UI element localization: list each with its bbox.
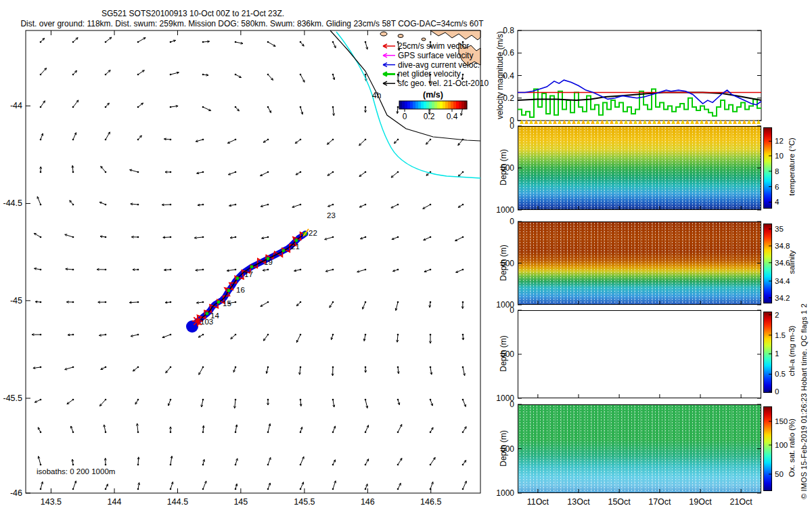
- map-colorbar-tick: 0: [403, 112, 407, 121]
- map-ytick-label: -44: [10, 101, 22, 110]
- net-velocity-dot: [282, 249, 286, 253]
- velocity-plot: 00.20.40.60.8: [503, 26, 761, 125]
- island: [380, 32, 387, 36]
- figure-title: SG521 SOTS20100913 10-Oct 00Z to 21-Oct …: [0, 9, 386, 18]
- imos-watermark: © IMOS 15-Feb-2019 01:26:23 Hobart time.…: [800, 303, 808, 499]
- map-colorbar-tick: 0.4: [447, 112, 458, 121]
- velocity-frame: [518, 30, 761, 121]
- start-swim-cluster: [194, 321, 198, 325]
- date-tick-label: 21Oct: [729, 497, 752, 507]
- land-polygon: [430, 30, 480, 40]
- track-day-label: 23: [327, 211, 336, 219]
- start-swim-cluster: [198, 321, 202, 325]
- colorbar-tick-label: 0: [775, 387, 779, 396]
- map-xtick-label: 145.5: [294, 497, 315, 507]
- legend-item-label: GPS surface velocity: [398, 51, 473, 60]
- chl-section-panel: [518, 310, 761, 398]
- surfacing-marker-row: [520, 120, 761, 125]
- track-day-label: 103: [200, 318, 213, 326]
- ox-colorbar: [763, 406, 772, 491]
- date-tick-label: 13Oct: [567, 497, 590, 507]
- chl-colorbar: [763, 312, 772, 393]
- temp-unit-label: temperature (°C): [788, 123, 796, 211]
- net-velocity-dot: [217, 301, 221, 304]
- track-day-label: 22: [309, 229, 317, 237]
- isobaths-note: isobaths: 0 200 1000m: [37, 467, 115, 475]
- date-tick-label: 11Oct: [527, 497, 549, 507]
- island: [422, 38, 426, 41]
- depth-ytick: 0: [510, 305, 514, 315]
- net-velocity-dot: [267, 257, 270, 261]
- map-colorbar-title: (m/s): [423, 90, 443, 100]
- swim-vector-zigzag: [191, 232, 307, 324]
- temp-section-panel: [518, 126, 761, 210]
- depth-ytick: 1000: [496, 300, 514, 310]
- start-swim-cluster: [198, 317, 202, 321]
- legend-arrow-icon: [383, 81, 387, 85]
- map-xtick-label: 144: [108, 497, 122, 507]
- map-legend: 25cm/s swim vectorGPS surface velocitydi…: [372, 41, 489, 100]
- isobath-200m-line: [336, 32, 480, 178]
- legend-item-label: net glider velocity: [398, 69, 461, 79]
- velocity-ylabel: velocity magnitude (m/s): [495, 18, 505, 133]
- track-day-label: 15: [223, 299, 231, 308]
- colorbar-tick-label: 1: [775, 350, 779, 358]
- chl-depth-ylabel: Depth (m): [499, 326, 508, 381]
- legend-time-scale-label: 4h: [372, 91, 381, 100]
- land-polygon: [459, 43, 480, 66]
- legend-item-label: dive-avg current veloc.: [398, 60, 480, 70]
- track-day-label: 14: [210, 312, 219, 320]
- colorbar-tick-label: 2: [775, 311, 779, 319]
- depth-ytick: 0: [510, 217, 514, 226]
- temp-depth-ylabel: Depth (m): [499, 140, 508, 194]
- depth-ytick: 0: [510, 121, 514, 131]
- figure-root: SG521 SOTS20100913 10-Oct 00Z to 21-Oct …: [0, 0, 812, 508]
- map-xtick-label: 145: [233, 497, 248, 507]
- ox-unit-label: Ox. sat. ratio (%): [788, 404, 796, 492]
- end-marker: [303, 229, 309, 236]
- colorbar-tick-label: 50: [775, 470, 784, 478]
- colorbar-tick-label: 0.5: [775, 370, 786, 378]
- colorbar-tick-label: 4: [775, 198, 780, 206]
- legend-item-label: sfc geo. vel. 21-Oct-2010: [398, 79, 489, 88]
- figure-subtitle: Dist. over ground: 118km. Dist. swum: 25…: [0, 19, 504, 28]
- depth-ytick: 1000: [496, 394, 514, 403]
- map-xtick-label: 146: [361, 497, 375, 507]
- colorbar-tick-label: 150: [775, 417, 788, 425]
- track-day-label: 21: [291, 242, 300, 251]
- colorbar-tick-label: 10: [775, 152, 784, 160]
- map-xtick-label: 144.5: [167, 497, 188, 507]
- legend-arrow-icon: [383, 54, 387, 58]
- map-colorbar: (m/s)00.20.4: [399, 90, 467, 121]
- coastline: [330, 30, 480, 141]
- map-colorbar-tick: 0.2: [424, 112, 435, 121]
- ox-section-panel: [518, 404, 761, 493]
- sal-unit-label: salinity: [788, 218, 796, 306]
- legend-arrow-icon: [383, 72, 387, 76]
- map-xtick-label: 146.5: [420, 497, 441, 507]
- net-velocity-dot: [250, 266, 254, 269]
- track-day-label: 16: [236, 286, 245, 294]
- map-ytick-label: -45: [10, 296, 22, 305]
- date-axis: 11Oct13Oct15Oct17Oct19Oct21Oct: [527, 497, 753, 507]
- track-day-label: 17: [244, 270, 253, 278]
- sfc-geo-velocity-arrow-field: [32, 37, 466, 490]
- map-ytick-label: -45.5: [3, 394, 23, 403]
- date-tick-label: 17Oct: [648, 497, 671, 507]
- track-centerline: [193, 234, 305, 326]
- start-swim-cluster: [194, 317, 198, 321]
- date-tick-label: 15Oct: [608, 497, 631, 507]
- legend-item-label: 25cm/s swim vector: [398, 41, 469, 51]
- velocity-ytick: 0: [510, 116, 514, 125]
- velocity-series: [518, 80, 761, 105]
- glider-track: [186, 229, 309, 333]
- track-start-blob: [186, 320, 198, 333]
- colorbar-tick-label: 6: [775, 183, 779, 191]
- net-velocity-dot: [206, 312, 209, 316]
- sal-depth-ylabel: Depth (m): [499, 236, 508, 290]
- data-point-speckle: [518, 127, 761, 209]
- net-velocity-dot: [295, 239, 298, 242]
- ox-depth-ylabel: Depth (m): [499, 421, 508, 475]
- data-point-speckle: [518, 222, 761, 304]
- map-ytick-label: -44.5: [3, 198, 23, 208]
